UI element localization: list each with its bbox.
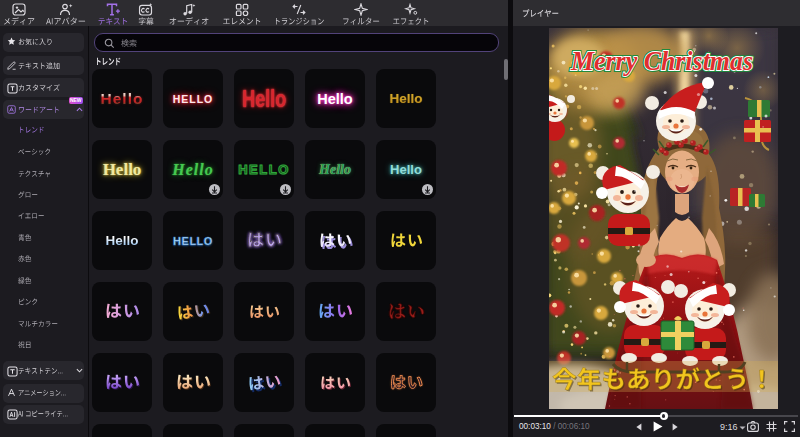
svg-text:Merry Christmas: Merry Christmas: [570, 46, 753, 76]
